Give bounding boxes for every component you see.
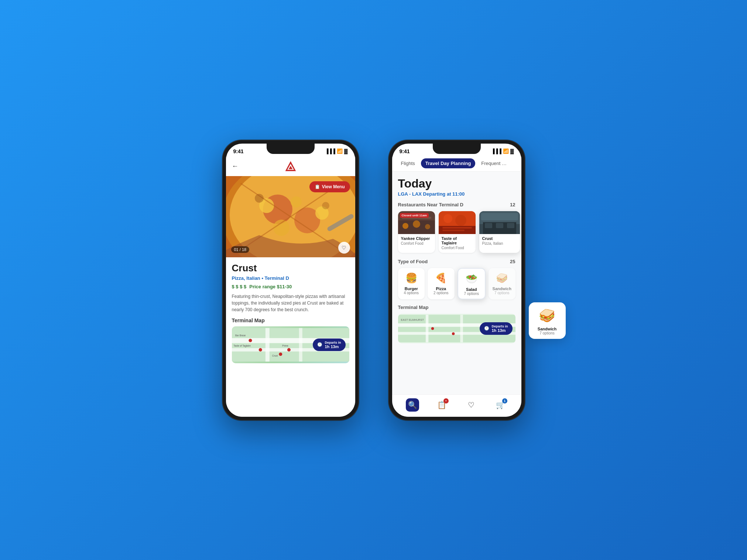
phone-1: 9:41 ▐▐▐ 📶 ▓ ←: [222, 140, 359, 420]
tab-travel-day[interactable]: Travel Day Planning: [421, 158, 476, 168]
status-icons-1: ▐▐▐ 📶 ▓: [325, 148, 347, 154]
price-range: Price range $11-30: [249, 284, 292, 289]
phone1-content: ←: [226, 157, 355, 417]
svg-rect-21: [299, 328, 302, 361]
food-image: 📋 View Menu 01 / 18 ♡: [226, 176, 355, 257]
orders-badge: •: [443, 398, 449, 403]
sandwich-options: 7 options: [494, 291, 510, 295]
map-preview-2[interactable]: EAST ELMHURST 🕐: [398, 314, 515, 343]
food-section-header: Type of Food 25: [398, 259, 515, 264]
wifi-icon: 📶: [337, 148, 343, 154]
svg-text:Taste of Taglaire: Taste of Taglaire: [233, 344, 251, 347]
price-symbols: $ $ $ $: [232, 284, 247, 289]
signal-icon: ▐▐▐: [325, 148, 335, 154]
restaurants-count: 12: [510, 202, 515, 207]
sandwich-emoji: 🥪: [496, 272, 508, 285]
orders-nav-button[interactable]: 📋 •: [435, 398, 449, 412]
salad-options: 7 options: [464, 292, 479, 296]
svg-point-26: [249, 339, 252, 342]
wifi-icon-2: 📶: [503, 148, 509, 154]
battery-icon: ▓: [344, 148, 347, 154]
yankee-clipper-name: Yankee Clipper: [401, 236, 432, 241]
restaurant-info: Crust Pizza, Italian • Terminal D $ $ $ …: [226, 257, 355, 417]
tab-flights[interactable]: Flights: [397, 158, 419, 168]
tab-frequent-flyer[interactable]: Frequent Flyer Sp...: [477, 158, 514, 168]
svg-rect-57: [425, 315, 428, 342]
status-icons-2: ▐▐▐ 📶 ▓: [491, 148, 514, 154]
search-icon: 🔍: [408, 401, 417, 409]
tab-bar: Flights Travel Day Planning Frequent Fly…: [392, 157, 521, 172]
food-cards: 🍔 Burger 4 options 🍕 Pizza 2 options 🥗: [398, 268, 515, 299]
burger-options: 4 options: [404, 291, 419, 295]
image-counter: 01 / 18: [231, 246, 250, 253]
back-button[interactable]: ←: [232, 162, 239, 170]
cart-nav-button[interactable]: 🛒 1: [494, 398, 507, 412]
restaurant-card-crust[interactable]: Crust Pizza, Italian: [479, 211, 520, 253]
phones-container: 9:41 ▐▐▐ 📶 ▓ ←: [222, 140, 525, 420]
floating-sandwich-emoji: 🥪: [539, 307, 555, 324]
svg-text:Bar Brase: Bar Brase: [235, 334, 246, 337]
restaurant-card-taglaire[interactable]: Taste of Taglaire Comfort Food: [439, 211, 476, 253]
restaurant-card-yankee[interactable]: Closed until 11am Yankee Clipper Comfort…: [398, 211, 435, 253]
svg-point-59: [431, 327, 434, 330]
food-card-sandwich[interactable]: 🥪 Sandwich 7 options: [489, 268, 515, 299]
price-row: $ $ $ $ Price range $11-30: [232, 284, 349, 289]
menu-icon: 📋: [315, 184, 320, 189]
phone-2: 9:41 ▐▐▐ 📶 ▓ Flights Travel Day Planning…: [388, 140, 525, 420]
terminal-map-section: Terminal Map EAST ELMHURST: [398, 305, 515, 343]
svg-point-34: [413, 220, 420, 228]
svg-rect-42: [442, 230, 465, 231]
svg-point-11: [273, 220, 289, 236]
restaurants-section-header: Restaurants Near Terminal D 12: [398, 202, 515, 207]
svg-point-27: [258, 348, 262, 351]
burger-name: Burger: [405, 286, 418, 291]
closed-badge: Closed until 11am: [400, 213, 429, 218]
taglaire-type: Comfort Food: [442, 246, 473, 250]
svg-rect-45: [481, 213, 518, 220]
svg-point-33: [402, 223, 408, 229]
restaurant-name: Crust: [232, 262, 349, 274]
favorite-button[interactable]: ♡: [338, 242, 350, 254]
svg-point-28: [287, 348, 290, 351]
svg-point-14: [255, 194, 264, 203]
favorites-nav-button[interactable]: ♡: [465, 398, 478, 412]
svg-rect-51: [496, 223, 503, 228]
nav-bar-1: ←: [226, 157, 355, 176]
floating-sandwich-card[interactable]: 🥪 Sandwich 7 options: [529, 302, 566, 339]
today-title: Today: [398, 177, 515, 190]
crust-type: Pizza, Italian: [482, 241, 517, 245]
food-card-pizza[interactable]: 🍕 Pizza 2 options: [428, 268, 455, 299]
view-menu-button[interactable]: 📋 View Menu: [309, 181, 350, 192]
svg-point-29: [279, 352, 282, 355]
food-card-salad[interactable]: 🥗 Salad 7 options: [458, 268, 486, 299]
terminal-map-title: Terminal Map: [398, 305, 429, 310]
status-time-1: 9:41: [233, 148, 244, 154]
svg-point-15: [322, 202, 329, 209]
pizza-options: 2 options: [434, 291, 449, 295]
flight-subtitle: LGA - LAX Departing at 11:00: [398, 191, 515, 197]
salad-emoji: 🥗: [466, 272, 477, 286]
main-content: Today LGA - LAX Departing at 11:00 Resta…: [392, 172, 521, 394]
departs-time-2: 1h 13m: [491, 328, 508, 333]
salad-name: Salad: [466, 287, 477, 292]
departs-time-1: 1h 13m: [325, 344, 341, 349]
floating-sandwich-name: Sandwich: [538, 327, 556, 331]
restaurant-cards: Closed until 11am Yankee Clipper Comfort…: [398, 211, 515, 253]
yankee-clipper-type: Comfort Food: [401, 241, 432, 245]
sandwich-name: Sandwich: [493, 286, 511, 291]
floating-sandwich-options: 7 options: [539, 331, 555, 335]
svg-point-35: [425, 224, 430, 229]
svg-point-39: [455, 215, 466, 226]
food-card-burger[interactable]: 🍔 Burger 4 options: [398, 268, 425, 299]
map-preview-1[interactable]: Bar Brase Taste of Taglaire Prime Crust: [232, 326, 349, 363]
food-type-count: 25: [510, 259, 515, 264]
pizza-name: Pizza: [436, 286, 446, 291]
status-time-2: 9:41: [400, 148, 410, 154]
clock-icon: 🕐: [317, 342, 322, 347]
signal-icon-2: ▐▐▐: [491, 148, 501, 154]
search-nav-button[interactable]: 🔍: [406, 398, 419, 412]
delta-logo: [284, 160, 297, 173]
bottom-nav: 🔍 📋 • ♡ 🛒 1: [392, 394, 521, 417]
notch-1: [267, 144, 315, 154]
restaurant-category: Pizza, Italian • Terminal D: [232, 275, 349, 281]
